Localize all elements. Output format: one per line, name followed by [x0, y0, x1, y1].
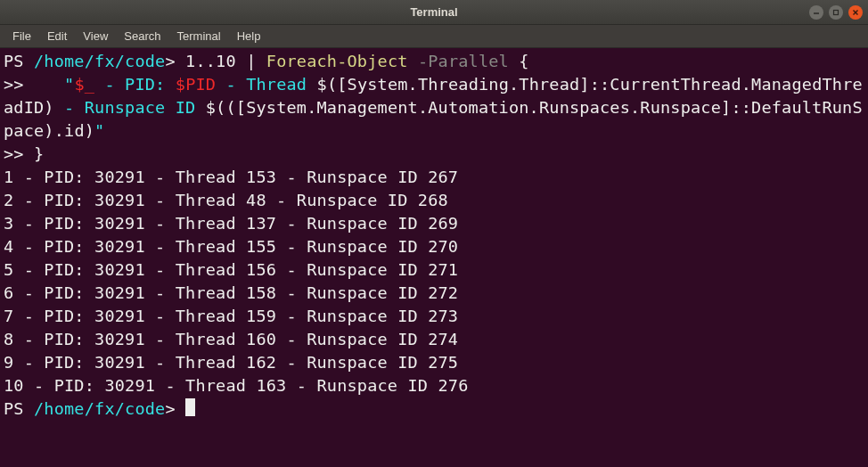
maximize-button[interactable]: [829, 5, 843, 20]
svg-rect-1: [834, 10, 839, 14]
s5: $(: [317, 75, 338, 94]
terminal-area[interactable]: PS /home/fx/code> 1..10 | Foreach-Object…: [0, 48, 868, 467]
s3: $PID: [176, 75, 216, 94]
menu-edit[interactable]: Edit: [40, 27, 74, 45]
prompt-prefix: PS: [4, 52, 34, 70]
cont-2: >>: [4, 144, 24, 163]
menu-terminal[interactable]: Terminal: [170, 27, 228, 45]
str-close: ": [94, 121, 104, 140]
output-line: 6 - PID: 30291 - Thread 158 - Runspace I…: [4, 283, 458, 302]
titlebar: Terminal: [0, 0, 868, 25]
menu-view[interactable]: View: [76, 27, 115, 45]
s7: ::CurrentThread.Manag: [590, 75, 802, 94]
s16: ): [85, 121, 94, 140]
minimize-button[interactable]: [809, 5, 823, 20]
output-line: 7 - PID: 30291 - Thread 159 - Runspace I…: [4, 307, 458, 325]
cmd-parallel: -Parallel: [418, 52, 509, 70]
output-line: 3 - PID: 30291 - Thread 137 - Runspace I…: [4, 214, 458, 233]
s9: - Runspace ID: [54, 98, 206, 117]
menubar: File Edit View Search Terminal Help: [0, 25, 868, 48]
output-line: 8 - PID: 30291 - Thread 160 - Runspace I…: [4, 330, 458, 348]
cursor: [185, 398, 195, 416]
prompt-prefix-2: PS: [4, 399, 34, 418]
indent: [24, 75, 64, 94]
output-line: 9 - PID: 30291 - Thread 162 - Runspace I…: [4, 353, 458, 372]
output-line: 10 - PID: 30291 - Thread 163 - Runspace …: [4, 376, 469, 395]
close-button[interactable]: [848, 5, 863, 20]
output-line: 4 - PID: 30291 - Thread 155 - Runspace I…: [4, 237, 458, 256]
output-line: 5 - PID: 30291 - Thread 156 - Runspace I…: [4, 260, 458, 279]
s15: .id: [54, 121, 85, 140]
window-title: Terminal: [410, 5, 457, 19]
s6: [System.Threading.Thread]: [337, 75, 589, 94]
window-controls: [809, 5, 863, 20]
s11: (: [225, 98, 235, 117]
output-line: 1 - PID: 30291 - Thread 153 - Runspace I…: [4, 168, 458, 186]
prompt-path-2: /home/fx/code: [34, 399, 165, 418]
prompt-path: /home/fx/code: [34, 52, 165, 70]
cmd-range: 1..10: [185, 52, 236, 70]
cmd-pipe: |: [236, 52, 266, 70]
s10: $(: [206, 98, 226, 117]
s14: ): [44, 121, 53, 140]
menu-file[interactable]: File: [5, 27, 38, 45]
menu-search[interactable]: Search: [117, 27, 168, 45]
prompt-suffix-2: >: [165, 399, 185, 418]
cont-1: >>: [4, 75, 24, 94]
s12: [System.Management.Automation.Runspaces.…: [236, 98, 732, 117]
s1: $_: [74, 75, 94, 94]
cmd-brace-close: }: [34, 144, 44, 163]
s13: ::: [731, 98, 751, 117]
menu-help[interactable]: Help: [230, 27, 268, 45]
cmd-space: [408, 52, 418, 70]
s4: - Thread: [216, 75, 316, 94]
s8: ): [44, 98, 53, 117]
cmd-foreach: Foreach-Object: [266, 52, 408, 70]
cmd-brace-open: {: [509, 52, 529, 70]
str-open: ": [64, 75, 74, 94]
prompt-suffix: >: [165, 52, 185, 70]
s2: - PID:: [94, 75, 176, 94]
output-line: 2 - PID: 30291 - Thread 48 - Runspace ID…: [4, 191, 448, 209]
